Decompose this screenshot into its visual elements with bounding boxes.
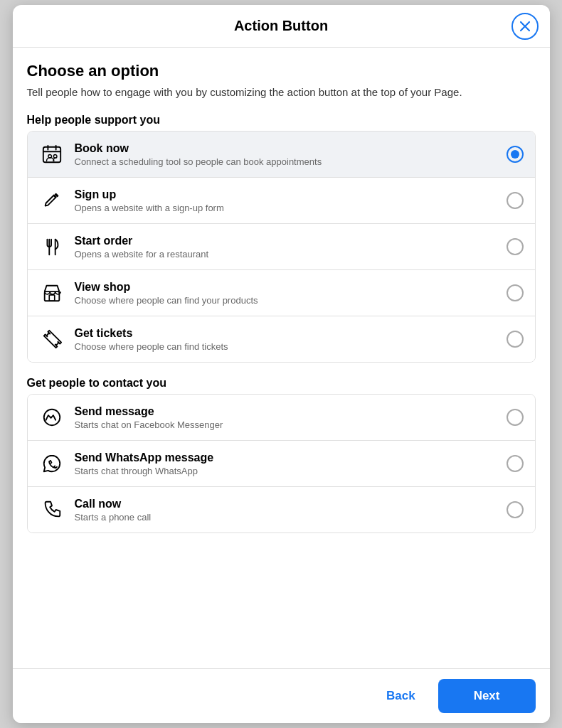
option-desc-book-now: Connect a scheduling tool so people can … <box>75 156 497 167</box>
close-icon <box>519 20 531 33</box>
whatsapp-icon <box>39 451 65 476</box>
option-desc-get-tickets: Choose where people can find tickets <box>75 341 497 352</box>
close-button[interactable] <box>511 13 539 40</box>
group-label-support: Help people support you <box>27 114 536 127</box>
option-list-contact: Send message Starts chat on Facebook Mes… <box>27 394 536 533</box>
back-button[interactable]: Back <box>372 680 430 712</box>
radio-start-order[interactable] <box>507 238 524 255</box>
option-text-get-tickets: Get tickets Choose where people can find… <box>75 327 497 352</box>
option-title-whatsapp: Send WhatsApp message <box>75 451 497 464</box>
option-title-book-now: Book now <box>75 142 497 155</box>
option-item-get-tickets[interactable]: Get tickets Choose where people can find… <box>28 316 535 362</box>
ticket-icon <box>39 326 65 352</box>
option-item-sign-up[interactable]: Sign up Opens a website with a sign-up f… <box>28 178 535 224</box>
option-item-call-now[interactable]: Call now Starts a phone call <box>28 487 535 532</box>
radio-book-now[interactable] <box>507 146 524 163</box>
option-item-view-shop[interactable]: View shop Choose where people can find y… <box>28 270 535 316</box>
option-title-call-now: Call now <box>75 498 497 510</box>
option-text-start-order: Start order Opens a website for a restau… <box>75 235 497 259</box>
svg-rect-10 <box>44 291 59 301</box>
radio-view-shop[interactable] <box>507 284 524 301</box>
option-desc-view-shop: Choose where people can find your produc… <box>75 295 497 306</box>
option-desc-sign-up: Opens a website with a sign-up form <box>75 203 497 213</box>
option-desc-send-message: Starts chat on Facebook Messenger <box>75 419 497 430</box>
option-desc-start-order: Opens a website for a restaurant <box>75 249 497 259</box>
radio-whatsapp[interactable] <box>507 455 524 472</box>
option-title-get-tickets: Get tickets <box>75 327 497 340</box>
shop-icon <box>39 280 65 306</box>
radio-get-tickets[interactable] <box>507 331 524 348</box>
modal-body: Choose an option Tell people how to enga… <box>13 48 550 668</box>
option-list-support: Book now Connect a scheduling tool so pe… <box>27 131 536 363</box>
modal-title: Action Button <box>234 18 328 34</box>
option-text-call-now: Call now Starts a phone call <box>75 498 497 523</box>
option-item-book-now[interactable]: Book now Connect a scheduling tool so pe… <box>28 132 535 178</box>
next-button[interactable]: Next <box>438 679 536 713</box>
option-text-book-now: Book now Connect a scheduling tool so pe… <box>75 142 497 167</box>
option-text-whatsapp: Send WhatsApp message Starts chat throug… <box>75 451 497 476</box>
booking-icon <box>39 141 65 167</box>
option-item-start-order[interactable]: Start order Opens a website for a restau… <box>28 224 535 270</box>
modal-header: Action Button <box>13 5 550 48</box>
messenger-icon <box>39 405 65 430</box>
option-text-send-message: Send message Starts chat on Facebook Mes… <box>75 405 497 430</box>
option-desc-whatsapp: Starts chat through WhatsApp <box>75 466 497 476</box>
phone-icon <box>39 497 65 523</box>
radio-call-now[interactable] <box>507 501 524 518</box>
section-heading: Choose an option <box>27 62 536 80</box>
option-title-start-order: Start order <box>75 235 497 247</box>
section-description: Tell people how to engage with you by cu… <box>27 85 536 100</box>
radio-sign-up[interactable] <box>507 192 524 209</box>
svg-rect-11 <box>49 295 55 301</box>
option-item-whatsapp[interactable]: Send WhatsApp message Starts chat throug… <box>28 441 535 487</box>
group-label-contact: Get people to contact you <box>27 377 536 390</box>
utensils-icon <box>39 234 65 259</box>
option-title-view-shop: View shop <box>75 281 497 294</box>
option-desc-call-now: Starts a phone call <box>75 512 497 523</box>
action-button-modal: Action Button Choose an option Tell peop… <box>13 5 550 723</box>
option-title-sign-up: Sign up <box>75 188 497 201</box>
svg-rect-2 <box>43 147 60 163</box>
option-text-sign-up: Sign up Opens a website with a sign-up f… <box>75 188 497 213</box>
modal-footer: Back Next <box>13 668 550 723</box>
option-item-send-message[interactable]: Send message Starts chat on Facebook Mes… <box>28 395 535 441</box>
radio-send-message[interactable] <box>507 409 524 426</box>
option-title-send-message: Send message <box>75 405 497 418</box>
option-text-view-shop: View shop Choose where people can find y… <box>75 281 497 306</box>
pencil-icon <box>39 188 65 213</box>
